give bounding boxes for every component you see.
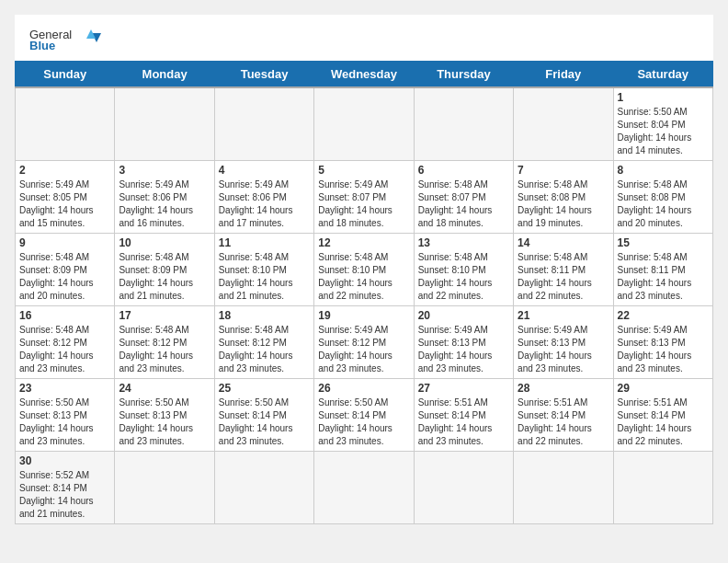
date-number: 4 [219, 164, 310, 177]
empty-cell [514, 452, 613, 524]
day-headers-row: SundayMondayTuesdayWednesdayThursdayFrid… [16, 62, 713, 88]
date-number: 20 [418, 309, 509, 322]
day-cell-1: 1Sunrise: 5:50 AM Sunset: 8:04 PM Daylig… [613, 87, 712, 161]
cell-info: Sunrise: 5:49 AM Sunset: 8:13 PM Dayligh… [518, 324, 609, 375]
cell-info: Sunrise: 5:48 AM Sunset: 8:12 PM Dayligh… [119, 324, 210, 375]
logo-icon: General Blue [29, 26, 103, 53]
date-number: 11 [219, 236, 310, 249]
day-cell-20: 20Sunrise: 5:49 AM Sunset: 8:13 PM Dayli… [414, 306, 513, 379]
date-number: 12 [318, 236, 409, 249]
cell-info: Sunrise: 5:51 AM Sunset: 8:14 PM Dayligh… [418, 396, 509, 448]
cell-info: Sunrise: 5:50 AM Sunset: 8:04 PM Dayligh… [618, 106, 709, 157]
date-number: 7 [518, 164, 609, 177]
cell-info: Sunrise: 5:49 AM Sunset: 8:07 PM Dayligh… [318, 178, 409, 230]
day-cell-16: 16Sunrise: 5:48 AM Sunset: 8:12 PM Dayli… [16, 306, 115, 379]
cell-info: Sunrise: 5:50 AM Sunset: 8:14 PM Dayligh… [219, 396, 310, 448]
day-cell-24: 24Sunrise: 5:50 AM Sunset: 8:13 PM Dayli… [115, 379, 214, 452]
cell-info: Sunrise: 5:48 AM Sunset: 8:09 PM Dayligh… [19, 251, 110, 303]
cell-info: Sunrise: 5:48 AM Sunset: 8:09 PM Dayligh… [119, 251, 210, 303]
day-cell-14: 14Sunrise: 5:48 AM Sunset: 8:11 PM Dayli… [514, 234, 613, 306]
cell-info: Sunrise: 5:48 AM Sunset: 8:11 PM Dayligh… [618, 251, 709, 303]
empty-cell [414, 452, 513, 524]
day-cell-27: 27Sunrise: 5:51 AM Sunset: 8:14 PM Dayli… [414, 379, 513, 452]
date-number: 2 [19, 164, 110, 177]
calendar-table: SundayMondayTuesdayWednesdayThursdayFrid… [15, 61, 713, 524]
cell-info: Sunrise: 5:51 AM Sunset: 8:14 PM Dayligh… [518, 396, 609, 448]
date-number: 25 [219, 382, 310, 395]
date-number: 23 [19, 382, 110, 395]
empty-cell [214, 452, 313, 524]
date-number: 19 [318, 309, 409, 322]
day-cell-17: 17Sunrise: 5:48 AM Sunset: 8:12 PM Dayli… [115, 306, 214, 379]
date-number: 9 [19, 236, 110, 249]
cell-info: Sunrise: 5:49 AM Sunset: 8:06 PM Dayligh… [219, 178, 310, 230]
cell-info: Sunrise: 5:50 AM Sunset: 8:13 PM Dayligh… [119, 396, 210, 448]
svg-text:Blue: Blue [29, 39, 55, 52]
week-row-2: 2Sunrise: 5:49 AM Sunset: 8:05 PM Daylig… [16, 161, 713, 234]
cell-info: Sunrise: 5:48 AM Sunset: 8:10 PM Dayligh… [418, 251, 509, 303]
cell-info: Sunrise: 5:48 AM Sunset: 8:10 PM Dayligh… [219, 251, 310, 303]
day-header-thursday: Thursday [414, 62, 513, 88]
day-cell-4: 4Sunrise: 5:49 AM Sunset: 8:06 PM Daylig… [214, 161, 313, 234]
week-row-1: 1Sunrise: 5:50 AM Sunset: 8:04 PM Daylig… [16, 87, 713, 161]
cell-info: Sunrise: 5:48 AM Sunset: 8:07 PM Dayligh… [418, 178, 509, 230]
cell-info: Sunrise: 5:48 AM Sunset: 8:10 PM Dayligh… [318, 251, 409, 303]
cell-info: Sunrise: 5:51 AM Sunset: 8:14 PM Dayligh… [618, 396, 709, 448]
date-number: 8 [618, 164, 709, 177]
cell-info: Sunrise: 5:48 AM Sunset: 8:08 PM Dayligh… [618, 178, 709, 230]
week-row-4: 16Sunrise: 5:48 AM Sunset: 8:12 PM Dayli… [16, 306, 713, 379]
date-number: 15 [618, 236, 709, 249]
week-row-3: 9Sunrise: 5:48 AM Sunset: 8:09 PM Daylig… [16, 234, 713, 306]
date-number: 10 [119, 236, 210, 249]
date-number: 29 [618, 382, 709, 395]
date-number: 27 [418, 382, 509, 395]
header: General Blue [15, 15, 713, 61]
cell-info: Sunrise: 5:49 AM Sunset: 8:06 PM Dayligh… [119, 178, 210, 230]
empty-cell [414, 87, 513, 161]
day-cell-3: 3Sunrise: 5:49 AM Sunset: 8:06 PM Daylig… [115, 161, 214, 234]
empty-cell [613, 452, 712, 524]
cell-info: Sunrise: 5:48 AM Sunset: 8:12 PM Dayligh… [219, 324, 310, 375]
date-number: 24 [119, 382, 210, 395]
day-cell-2: 2Sunrise: 5:49 AM Sunset: 8:05 PM Daylig… [16, 161, 115, 234]
cell-info: Sunrise: 5:50 AM Sunset: 8:14 PM Dayligh… [318, 396, 409, 448]
empty-cell [214, 87, 313, 161]
empty-cell [115, 452, 214, 524]
day-cell-15: 15Sunrise: 5:48 AM Sunset: 8:11 PM Dayli… [613, 234, 712, 306]
cell-info: Sunrise: 5:50 AM Sunset: 8:13 PM Dayligh… [19, 396, 110, 448]
date-number: 1 [618, 91, 709, 104]
day-cell-22: 22Sunrise: 5:49 AM Sunset: 8:13 PM Dayli… [613, 306, 712, 379]
day-cell-7: 7Sunrise: 5:48 AM Sunset: 8:08 PM Daylig… [514, 161, 613, 234]
day-cell-19: 19Sunrise: 5:49 AM Sunset: 8:12 PM Dayli… [314, 306, 414, 379]
cell-info: Sunrise: 5:52 AM Sunset: 8:14 PM Dayligh… [19, 469, 110, 521]
cell-info: Sunrise: 5:49 AM Sunset: 8:13 PM Dayligh… [418, 324, 509, 375]
day-cell-28: 28Sunrise: 5:51 AM Sunset: 8:14 PM Dayli… [514, 379, 613, 452]
day-cell-29: 29Sunrise: 5:51 AM Sunset: 8:14 PM Dayli… [613, 379, 712, 452]
day-cell-18: 18Sunrise: 5:48 AM Sunset: 8:12 PM Dayli… [214, 306, 313, 379]
date-number: 13 [418, 236, 509, 249]
date-number: 18 [219, 309, 310, 322]
day-header-monday: Monday [115, 62, 214, 88]
day-cell-13: 13Sunrise: 5:48 AM Sunset: 8:10 PM Dayli… [414, 234, 513, 306]
day-header-wednesday: Wednesday [314, 62, 414, 88]
week-row-5: 23Sunrise: 5:50 AM Sunset: 8:13 PM Dayli… [16, 379, 713, 452]
date-number: 3 [119, 164, 210, 177]
date-number: 14 [518, 236, 609, 249]
cell-info: Sunrise: 5:48 AM Sunset: 8:12 PM Dayligh… [19, 324, 110, 375]
day-cell-9: 9Sunrise: 5:48 AM Sunset: 8:09 PM Daylig… [16, 234, 115, 306]
day-header-saturday: Saturday [613, 62, 712, 88]
empty-cell [314, 87, 414, 161]
day-header-sunday: Sunday [16, 62, 115, 88]
cell-info: Sunrise: 5:48 AM Sunset: 8:08 PM Dayligh… [518, 178, 609, 230]
cell-info: Sunrise: 5:49 AM Sunset: 8:05 PM Dayligh… [19, 178, 110, 230]
day-cell-8: 8Sunrise: 5:48 AM Sunset: 8:08 PM Daylig… [613, 161, 712, 234]
empty-cell [314, 452, 414, 524]
logo: General Blue [29, 26, 103, 53]
day-cell-11: 11Sunrise: 5:48 AM Sunset: 8:10 PM Dayli… [214, 234, 313, 306]
day-cell-26: 26Sunrise: 5:50 AM Sunset: 8:14 PM Dayli… [314, 379, 414, 452]
date-number: 17 [119, 309, 210, 322]
week-row-6: 30Sunrise: 5:52 AM Sunset: 8:14 PM Dayli… [16, 452, 713, 524]
date-number: 21 [518, 309, 609, 322]
day-cell-10: 10Sunrise: 5:48 AM Sunset: 8:09 PM Dayli… [115, 234, 214, 306]
day-cell-6: 6Sunrise: 5:48 AM Sunset: 8:07 PM Daylig… [414, 161, 513, 234]
